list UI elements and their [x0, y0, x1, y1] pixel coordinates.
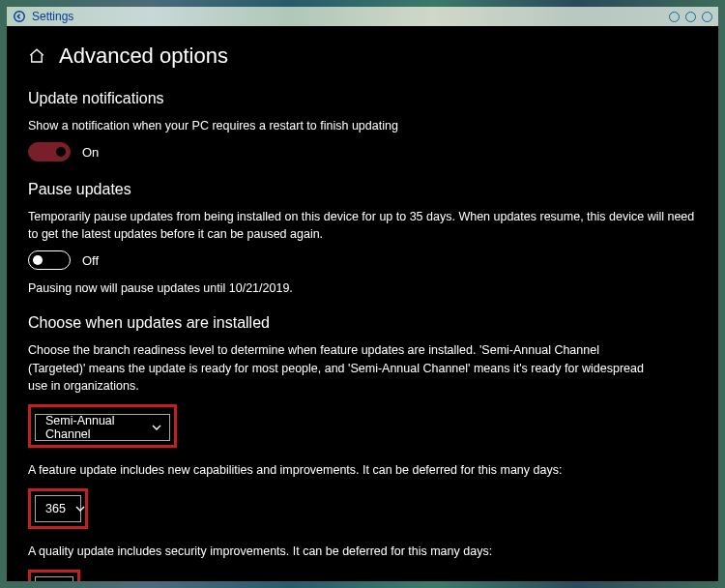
notifications-toggle[interactable] [28, 142, 71, 162]
feature-days-value: 365 [45, 502, 66, 515]
notifications-toggle-label: On [82, 145, 99, 160]
feature-highlight: 365 [28, 488, 88, 529]
chevron-down-icon [152, 423, 161, 432]
choose-heading: Choose when updates are installed [28, 314, 697, 332]
maximize-button[interactable] [685, 12, 696, 22]
branch-highlight: Semi-Annual Channel [28, 404, 177, 448]
quality-days-dropdown[interactable]: 0 [35, 576, 73, 581]
close-button[interactable] [702, 12, 712, 22]
svg-point-0 [14, 12, 25, 22]
pause-desc: Temporarily pause updates from being ins… [28, 208, 697, 243]
pause-note: Pausing now will pause updates until 10/… [28, 281, 697, 295]
feature-desc: A feature update includes new capabiliti… [28, 461, 697, 479]
notifications-desc: Show a notification when your PC require… [28, 117, 697, 134]
window-controls [669, 12, 712, 22]
pause-toggle[interactable] [28, 250, 71, 270]
pause-toggle-label: Off [82, 253, 99, 268]
pause-heading: Pause updates [28, 181, 697, 198]
chevron-down-icon [75, 504, 85, 514]
choose-desc: Choose the branch readiness level to det… [28, 341, 647, 394]
branch-dropdown[interactable]: Semi-Annual Channel [35, 414, 170, 441]
window-title: Settings [32, 10, 73, 23]
branch-value: Semi-Annual Channel [45, 414, 142, 441]
minimize-button[interactable] [669, 12, 680, 22]
quality-desc: A quality update includes security impro… [28, 543, 697, 560]
feature-days-dropdown[interactable]: 365 [35, 495, 81, 522]
titlebar: Settings [7, 7, 718, 26]
quality-highlight: 0 [28, 570, 80, 581]
notifications-heading: Update notifications [28, 90, 697, 107]
content-area: Advanced options Update notifications Sh… [7, 26, 718, 581]
page-title: Advanced options [59, 44, 228, 69]
back-icon[interactable] [13, 10, 26, 23]
home-icon[interactable] [28, 47, 45, 65]
